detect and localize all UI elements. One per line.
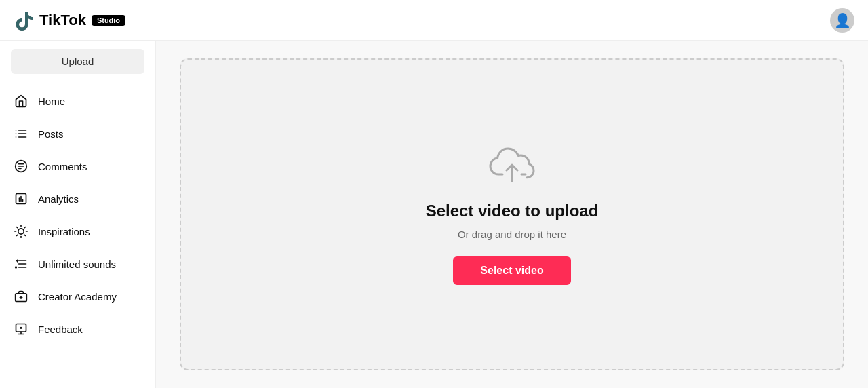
sidebar-item-feedback[interactable]: Feedback (0, 313, 155, 345)
sidebar-item-unlimited-sounds[interactable]: Unlimited sounds (0, 248, 155, 280)
sidebar-item-creator-academy[interactable]: Creator Academy (0, 280, 155, 313)
sidebar-label-feedback: Feedback (38, 324, 83, 335)
academy-icon (14, 289, 28, 304)
sidebar: Upload Home (0, 41, 156, 388)
main-content: Select video to upload Or drag and drop … (156, 41, 868, 388)
analytics-icon (14, 191, 28, 206)
header-left: TikTok Studio (14, 9, 125, 31)
avatar[interactable]: 👤 (830, 8, 854, 33)
header: TikTok Studio 👤 (0, 0, 868, 41)
sidebar-item-posts[interactable]: Posts (0, 117, 155, 150)
sidebar-label-creator-academy: Creator Academy (38, 291, 117, 303)
posts-icon (14, 126, 28, 141)
inspirations-icon (14, 224, 28, 239)
home-icon (14, 94, 28, 109)
svg-line-15 (24, 235, 25, 235)
svg-point-30 (20, 328, 22, 329)
sidebar-label-comments: Comments (38, 161, 87, 172)
upload-title: Select video to upload (426, 201, 599, 220)
svg-point-23 (16, 267, 17, 268)
sidebar-item-analytics[interactable]: Analytics (0, 182, 155, 215)
sidebar-label-unlimited-sounds: Unlimited sounds (38, 258, 116, 270)
sidebar-label-home: Home (38, 96, 65, 107)
sidebar-label-inspirations: Inspirations (38, 226, 90, 237)
upload-subtitle: Or drag and drop it here (458, 229, 566, 240)
sounds-icon (14, 256, 28, 271)
select-video-button[interactable]: Select video (453, 256, 570, 285)
svg-line-19 (24, 227, 25, 228)
studio-badge: Studio (92, 15, 125, 26)
comments-icon (14, 159, 28, 174)
sidebar-label-posts: Posts (38, 128, 64, 140)
upload-button[interactable]: Upload (11, 49, 144, 74)
sidebar-item-home[interactable]: Home (0, 85, 155, 117)
tiktok-icon (14, 9, 35, 31)
layout: Upload Home (0, 41, 868, 388)
svg-line-14 (17, 227, 18, 228)
cloud-upload-icon (488, 144, 536, 188)
svg-line-18 (17, 235, 18, 235)
tiktok-logo: TikTok (14, 9, 86, 31)
upload-area[interactable]: Select video to upload Or drag and drop … (180, 58, 844, 370)
sidebar-item-comments[interactable]: Comments (0, 150, 155, 182)
sidebar-item-inspirations[interactable]: Inspirations (0, 215, 155, 248)
feedback-icon (14, 322, 28, 336)
svg-point-11 (18, 229, 24, 234)
brand-name: TikTok (39, 12, 86, 29)
sidebar-label-analytics: Analytics (38, 193, 79, 205)
